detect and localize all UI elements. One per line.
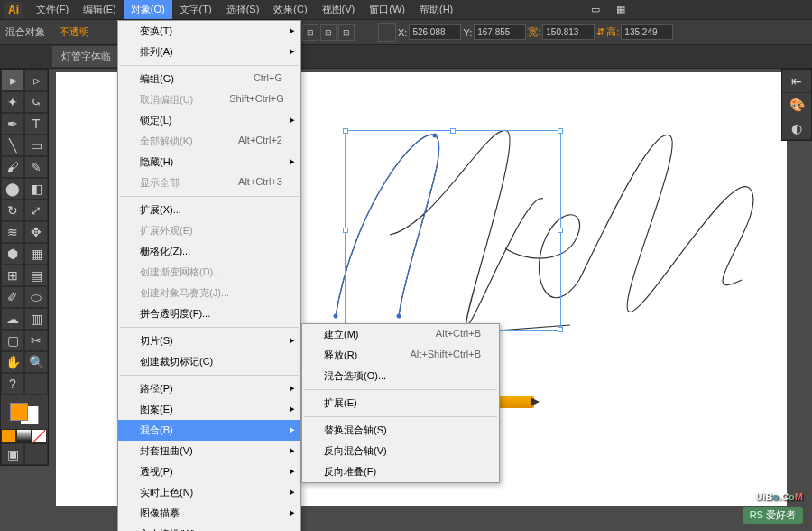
pen-tool[interactable]: ✒ — [1, 113, 24, 135]
menu-help[interactable]: 帮助(H) — [412, 0, 460, 19]
y-label: Y: — [463, 27, 472, 38]
rotate-tool[interactable]: ↻ — [1, 200, 24, 221]
object-dropdown-menu: 变换(T)▸排列(A)▸编组(G)Ctrl+G取消编组(U)Shift+Ctrl… — [117, 20, 301, 531]
menu-item[interactable]: 路径(P)▸ — [118, 378, 300, 399]
menu-select[interactable]: 选择(S) — [219, 0, 267, 19]
no-fill[interactable] — [32, 429, 47, 443]
align-8[interactable]: ⊟ — [320, 24, 337, 41]
menu-type[interactable]: 文字(T) — [172, 0, 219, 19]
menu-item: 创建对象马赛克(J)... — [118, 283, 300, 303]
graph-tool[interactable]: ▥ — [24, 308, 48, 330]
eraser-tool[interactable]: ◧ — [24, 178, 48, 200]
blend-tool[interactable]: ⬭ — [24, 286, 48, 308]
mesh-tool[interactable]: ⊞ — [1, 265, 24, 286]
menu-view[interactable]: 视图(V) — [315, 0, 363, 19]
width-tool[interactable]: ≋ — [1, 221, 24, 243]
menu-item[interactable]: 隐藏(H)▸ — [118, 152, 300, 172]
zoom-tool[interactable]: 🔍 — [24, 351, 48, 373]
menu-item[interactable]: 拼合透明度(F)... — [118, 303, 300, 324]
menu-file[interactable]: 文件(F) — [29, 0, 76, 19]
menu-item[interactable]: 封套扭曲(V)▸ — [118, 441, 300, 461]
transform-grid-icon[interactable] — [378, 23, 396, 42]
menu-item[interactable]: 图像描摹▸ — [118, 503, 300, 524]
symbol-tool[interactable]: ☁ — [1, 308, 24, 330]
arrange-icon[interactable]: ▦ — [610, 2, 632, 18]
gradient-tool[interactable]: ▤ — [24, 265, 48, 286]
link-wh-icon[interactable]: ⇵ — [596, 26, 604, 38]
menu-item[interactable]: 释放(R)Alt+Shift+Ctrl+B — [302, 345, 499, 366]
line-tool[interactable]: ╲ — [1, 135, 24, 156]
menu-item[interactable]: 文本绕排(W)▸ — [118, 524, 300, 531]
opacity-link[interactable]: 不透明 — [60, 25, 89, 39]
menu-item[interactable]: 编组(G)Ctrl+G — [118, 69, 300, 89]
menu-item[interactable]: 栅格化(Z)... — [118, 241, 300, 262]
doc-tab[interactable]: 灯管字体临 — [52, 46, 120, 67]
pencil-tool[interactable]: ✎ — [24, 156, 48, 178]
color-swatch[interactable] — [1, 395, 48, 429]
menu-item[interactable]: 混合(B)▸ — [118, 420, 300, 441]
screen-mode-2[interactable] — [24, 443, 48, 465]
right-panel: ⇤ 🎨 ◐ — [781, 69, 812, 141]
w-input[interactable] — [542, 24, 595, 40]
align-9[interactable]: ⊟ — [338, 24, 355, 41]
solid-fill[interactable] — [1, 429, 16, 443]
brush-tool[interactable]: 🖌 — [1, 156, 24, 178]
menu-item[interactable]: 替换混合轴(S) — [302, 420, 499, 441]
type-tool[interactable]: T — [24, 113, 48, 135]
selection-tool[interactable]: ▸ — [1, 70, 24, 91]
selection-bounding-box[interactable] — [345, 130, 561, 331]
layout-icon[interactable]: ▭ — [585, 2, 606, 18]
w-label: 宽: — [528, 25, 540, 39]
free-transform-tool[interactable]: ✥ — [24, 221, 48, 243]
rect-tool[interactable]: ▭ — [24, 135, 48, 156]
blob-tool[interactable]: ⬤ — [1, 178, 24, 200]
swatches-panel-icon[interactable]: ◐ — [782, 116, 811, 140]
h-input[interactable] — [621, 24, 673, 40]
panel-expand-icon[interactable]: ⇤ — [782, 70, 811, 93]
menu-item[interactable]: 反向堆叠(F) — [302, 461, 499, 482]
menu-item[interactable]: 扩展(X)... — [118, 200, 300, 220]
empty-tool — [24, 373, 48, 395]
menu-object[interactable]: 对象(O) — [124, 0, 172, 19]
menu-item[interactable]: 建立(M)Alt+Ctrl+B — [302, 324, 499, 345]
hand-tool[interactable]: ✋ — [1, 351, 24, 373]
artboard-tool[interactable]: ▢ — [1, 330, 24, 351]
slice-tool[interactable]: ✂ — [24, 330, 48, 351]
blend-submenu: 建立(M)Alt+Ctrl+B释放(R)Alt+Shift+Ctrl+B混合选项… — [301, 323, 500, 483]
screen-mode[interactable]: ▣ — [1, 443, 24, 465]
help-tool[interactable]: ? — [1, 373, 24, 395]
menu-item[interactable]: 混合选项(O)... — [302, 366, 499, 387]
menu-effect[interactable]: 效果(C) — [266, 0, 314, 19]
menu-item[interactable]: 排列(A)▸ — [118, 42, 300, 62]
x-input[interactable] — [409, 24, 461, 40]
menu-item[interactable]: 图案(E)▸ — [118, 399, 300, 420]
menu-item[interactable]: 透视(P)▸ — [118, 461, 300, 482]
align-7[interactable]: ⊟ — [302, 24, 318, 41]
eyedropper-tool[interactable]: ✐ — [1, 286, 24, 308]
menu-item: 扩展外观(E) — [118, 220, 300, 241]
menu-window[interactable]: 窗口(W) — [362, 0, 412, 19]
menu-edit[interactable]: 编辑(E) — [76, 0, 124, 19]
menu-item[interactable]: 切片(S)▸ — [118, 331, 300, 351]
shape-builder-tool[interactable]: ⬢ — [1, 243, 24, 265]
toolbox: ▸▹ ✦⤿ ✒T ╲▭ 🖌✎ ⬤◧ ↻⤢ ≋✥ ⬢▦ ⊞▤ ✐⬭ ☁▥ ▢✂ ✋… — [0, 69, 49, 466]
menu-item[interactable]: 扩展(E) — [302, 393, 499, 414]
color-panel-icon[interactable]: 🎨 — [782, 93, 811, 116]
menu-item[interactable]: 实时上色(N)▸ — [118, 482, 300, 503]
menu-item[interactable]: 反向混合轴(V) — [302, 441, 499, 461]
x-label: X: — [398, 27, 407, 38]
object-type-label: 混合对象 — [5, 25, 45, 39]
wand-tool[interactable]: ✦ — [1, 91, 24, 113]
menu-item: 全部解锁(K)Alt+Ctrl+2 — [118, 131, 300, 152]
menu-item[interactable]: 变换(T)▸ — [118, 21, 300, 42]
y-input[interactable] — [474, 24, 526, 40]
scale-tool[interactable]: ⤢ — [24, 200, 48, 221]
menu-item: 创建渐变网格(D)... — [118, 262, 300, 283]
perspective-tool[interactable]: ▦ — [24, 243, 48, 265]
gradient-fill[interactable] — [16, 429, 32, 443]
menu-item[interactable]: 创建裁切标记(C) — [118, 351, 300, 372]
lasso-tool[interactable]: ⤿ — [24, 91, 48, 113]
direct-select-tool[interactable]: ▹ — [24, 70, 48, 91]
menu-item[interactable]: 锁定(L)▸ — [118, 110, 300, 131]
menubar: Ai 文件(F) 编辑(E) 对象(O) 文字(T) 选择(S) 效果(C) 视… — [0, 0, 812, 20]
